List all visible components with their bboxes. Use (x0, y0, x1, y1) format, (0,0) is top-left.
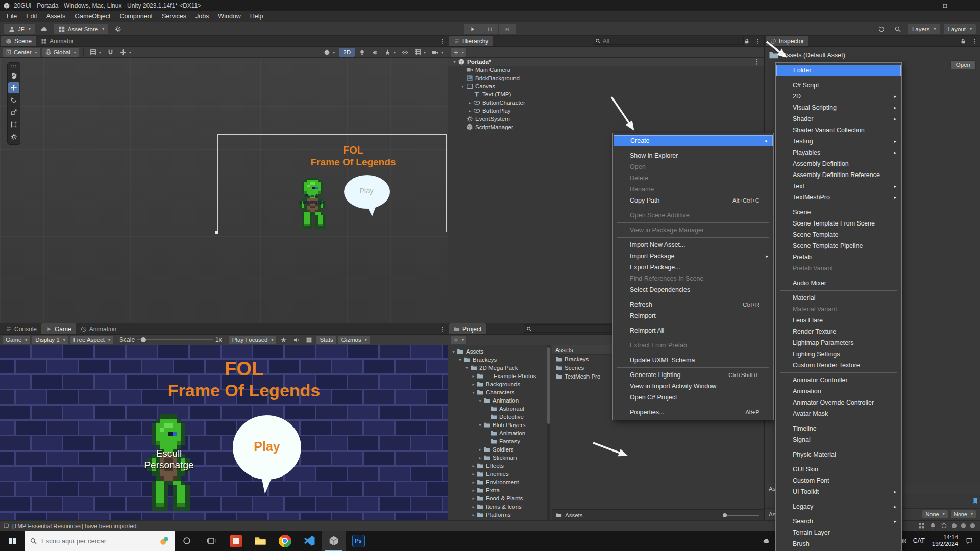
expander-icon[interactable]: ▸ (470, 480, 477, 485)
context-menu-item-update-uxml-schema[interactable]: Update UXML Schema (614, 355, 773, 366)
search-highlights-icon[interactable] (159, 536, 169, 546)
move-tool[interactable] (8, 82, 19, 93)
maximize-button[interactable] (933, 0, 957, 11)
context-menu-item-import-package[interactable]: Import Package▸ (614, 251, 773, 262)
create-submenu-item-scene-template-from-scene[interactable]: Scene Template From Scene (776, 218, 901, 229)
create-submenu-item-search[interactable]: Search▸ (776, 516, 901, 527)
tab-inspector[interactable]: Inspector (766, 36, 808, 46)
tab-console[interactable]: Console (1, 323, 41, 334)
lock-icon[interactable] (959, 37, 968, 46)
create-submenu-item-testing[interactable]: Testing▸ (776, 136, 901, 147)
assetbundle-dropdown[interactable]: None▾ (922, 510, 947, 518)
create-submenu-item-lens-flare[interactable]: Lens Flare (776, 315, 901, 326)
hierarchy-item-main-camera[interactable]: Main Camera (448, 66, 764, 74)
open-button[interactable]: Open (950, 60, 976, 69)
taskbar-search[interactable] (24, 531, 175, 551)
project-folder-extra[interactable]: ▸Extra (448, 486, 547, 494)
project-folder-soldiers[interactable]: ▸Soldiers (448, 445, 547, 454)
create-submenu-item-material[interactable]: Material (776, 292, 901, 304)
game-viewport[interactable]: FOL Frame Of Legends Escull Personatge P… (0, 345, 448, 520)
project-folder-example-photos[interactable]: ▸--- Example Photos --- (448, 372, 547, 380)
status-message[interactable]: [TMP Essential Resources] have been impo… (12, 523, 138, 529)
layers-dropdown[interactable]: Layers▾ (908, 24, 940, 34)
create-submenu-item-audio-mixer[interactable]: Audio Mixer (776, 278, 901, 289)
project-folder-backgrounds[interactable]: ▸Backgrounds (448, 380, 547, 388)
snap-increment-icon[interactable]: ▾ (118, 48, 133, 57)
project-folder-animation[interactable]: Animation (448, 429, 547, 437)
unity-app-icon[interactable] (322, 531, 346, 551)
project-folder-items-icons[interactable]: ▸Items & Icons (448, 503, 547, 511)
expander-icon[interactable]: ▸ (470, 496, 477, 501)
show-desktop-button[interactable] (977, 531, 980, 551)
create-submenu-item-animator-override-controller[interactable]: Animator Override Controller (776, 397, 901, 408)
create-submenu-item-textmeshpro[interactable]: TextMeshPro▸ (776, 192, 901, 203)
create-submenu-item-avatar-mask[interactable]: Avatar Mask (776, 408, 901, 419)
context-menu-item-select-dependencies[interactable]: Select Dependencies (614, 284, 773, 295)
create-submenu-item-lightmap-parameters[interactable]: Lightmap Parameters (776, 337, 901, 348)
hierarchy-search-input[interactable] (603, 38, 741, 44)
expander-icon[interactable]: ▾ (463, 366, 470, 370)
expander-icon[interactable]: ▸ (470, 374, 477, 379)
magnet-snap-icon[interactable] (105, 48, 116, 57)
expander-icon[interactable]: ▸ (470, 382, 477, 387)
expander-icon[interactable]: ▾ (477, 398, 483, 403)
scene-options-icon[interactable] (753, 58, 761, 65)
create-submenu-item-custom-render-texture[interactable]: Custom Render Texture (776, 360, 901, 371)
display-dropdown[interactable]: Display 1▾ (32, 336, 68, 344)
expander-icon[interactable]: ▾ (459, 84, 466, 89)
expander-icon[interactable]: ▸ (470, 488, 477, 493)
cloud-services-icon[interactable] (38, 24, 51, 34)
create-submenu-item-assembly-definition-reference[interactable]: Assembly Definition Reference (776, 169, 901, 181)
hierarchy-item-canvas[interactable]: ▾Canvas (448, 82, 764, 90)
create-submenu-item-scene[interactable]: Scene (776, 207, 901, 218)
create-submenu-item-signal[interactable]: Signal (776, 434, 901, 445)
2d-toggle[interactable]: 2D (339, 48, 355, 57)
context-menu-item-export-package[interactable]: Export Package... (614, 262, 773, 273)
aspect-dropdown[interactable]: Free Aspect▾ (70, 336, 113, 344)
refresh-status-icon[interactable] (941, 522, 947, 529)
create-submenu-item-scene-template-pipeline[interactable]: Scene Template Pipeline (776, 240, 901, 252)
camera-settings-icon[interactable]: ▾ (430, 48, 445, 57)
expander-icon[interactable]: ▸ (467, 109, 473, 113)
hierarchy-item-scriptmanager[interactable]: ScriptManager (448, 123, 764, 131)
expander-icon[interactable]: ▸ (477, 447, 483, 452)
project-folder-platforms[interactable]: ▸Platforms (448, 511, 547, 519)
notifications-icon[interactable] (961, 523, 966, 528)
game-target-dropdown[interactable]: Game▾ (3, 336, 30, 344)
create-submenu-item-custom-font[interactable]: Custom Font (776, 475, 901, 486)
tab-scene[interactable]: Scene (1, 36, 36, 46)
menu-window[interactable]: Window (213, 11, 245, 22)
tab-hierarchy[interactable]: Hierarchy (449, 36, 493, 46)
menu-file[interactable]: File (2, 11, 21, 22)
hierarchy-item-brickbackground[interactable]: BrickBackground (448, 74, 764, 82)
expander-icon[interactable]: ▾ (451, 60, 458, 64)
office-app-icon[interactable] (224, 531, 248, 551)
shading-mode-icon[interactable]: ▾ (322, 48, 337, 57)
project-folder-fantasy[interactable]: Fantasy (448, 437, 547, 445)
stats-button[interactable]: Stats (316, 336, 336, 344)
create-submenu-item-text[interactable]: Text▸ (776, 181, 901, 192)
tag-icon[interactable] (972, 497, 979, 505)
create-asset-button[interactable]: ▾ (451, 336, 466, 344)
project-folder-astronaut[interactable]: Astronaut (448, 405, 547, 413)
context-menu-item-create[interactable]: Create▸ (614, 135, 773, 146)
create-submenu-item-animation[interactable]: Animation (776, 386, 901, 397)
scene-visibility-icon[interactable] (400, 48, 410, 57)
game-panel-menu-icon[interactable] (437, 324, 447, 334)
scale-tool[interactable] (8, 107, 19, 118)
transform-tool[interactable] (8, 131, 19, 142)
menu-assets[interactable]: Assets (42, 11, 70, 22)
expander-icon[interactable]: ▸ (470, 505, 477, 509)
grid-snap-icon[interactable]: ▾ (88, 48, 103, 57)
hierarchy-search-field[interactable] (593, 37, 744, 45)
menu-jobs[interactable]: Jobs (191, 11, 213, 22)
palette-grip-icon[interactable] (10, 64, 18, 68)
play-focused-dropdown[interactable]: Play Focused▾ (229, 336, 277, 344)
file-explorer-icon[interactable] (248, 531, 273, 551)
action-center-icon[interactable] (962, 531, 977, 551)
language-indicator[interactable]: CAT (910, 537, 928, 544)
pivot-dropdown[interactable]: Center▾ (3, 48, 40, 57)
menu-gameobject[interactable]: GameObject (70, 11, 115, 22)
project-folder-detective[interactable]: Detective (448, 413, 547, 421)
tab-animation[interactable]: Animation (76, 323, 121, 334)
